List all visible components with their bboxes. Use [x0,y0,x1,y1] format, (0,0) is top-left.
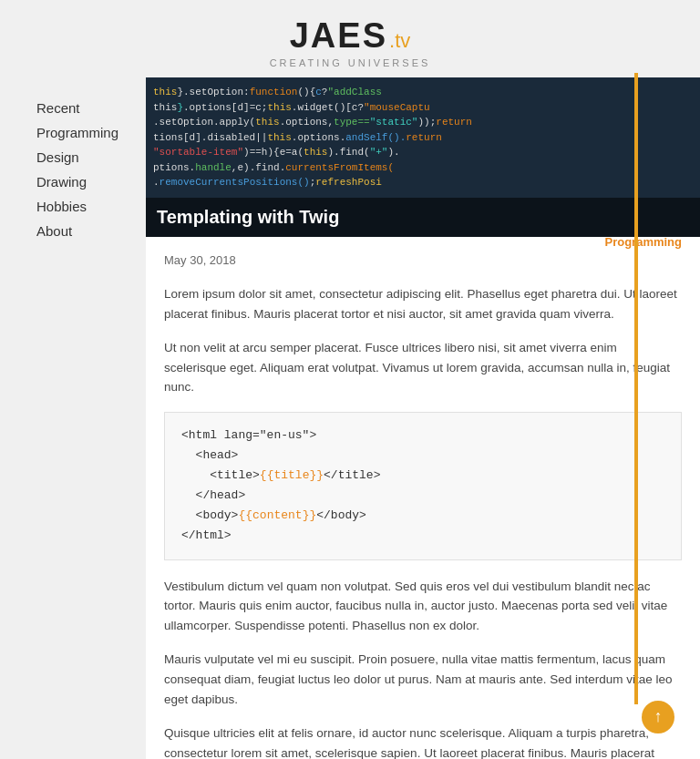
hero-image: this}.setOption:function(){c?"addClass t… [146,77,700,237]
article-paragraph-1: Lorem ipsum dolor sit amet, consectetur … [164,284,682,323]
sidebar-item-programming[interactable]: Programming [36,120,128,145]
code-line-5: <body>{{content}}</body> [181,506,664,526]
site-tagline: Creating Universes [0,57,700,68]
article-paragraph-4: Mauris vulputate vel mi eu suscipit. Pro… [164,650,682,709]
article-category[interactable]: Programming [604,235,682,249]
main-content: this}.setOption:function(){c?"addClass t… [146,77,700,759]
article-date: May 30, 2018 [164,253,236,267]
sidebar-item-hobbies[interactable]: Hobbies [36,194,128,219]
sidebar-item-design[interactable]: Design [36,145,128,169]
site-title: JAES [290,16,387,55]
code-line-4: </head> [181,486,664,506]
scroll-to-top-button[interactable]: ↑ [642,701,674,733]
sidebar-item-drawing[interactable]: Drawing [36,169,128,194]
code-line-2: <head> [181,446,664,466]
code-line-3: <title>{{title}}</title> [181,466,664,486]
site-title-tv: .tv [389,29,410,52]
site-header: JAES.tv Creating Universes [0,0,700,77]
article-paragraph-2: Ut non velit at arcu semper placerat. Fu… [164,338,682,397]
sidebar: Recent Programming Design Drawing Hobbie… [0,77,146,759]
hero-title: Templating with Twig [146,198,700,237]
right-accent-line [634,73,638,704]
code-block: <html lang="en-us"> <head> <title>{{titl… [164,412,682,560]
chevron-up-icon: ↑ [654,708,663,724]
code-line-6: </html> [181,526,664,546]
sidebar-item-recent[interactable]: Recent [36,96,128,120]
page-layout: Recent Programming Design Drawing Hobbie… [0,77,700,759]
article-paragraph-3: Vestibulum dictum vel quam non volutpat.… [164,577,682,636]
article-paragraph-5: Quisque ultricies elit at felis ornare, … [164,723,682,759]
article: May 30, 2018 Programming Lorem ipsum dol… [146,237,700,759]
sidebar-item-about[interactable]: About [36,219,128,243]
code-line-1: <html lang="en-us"> [181,426,664,446]
